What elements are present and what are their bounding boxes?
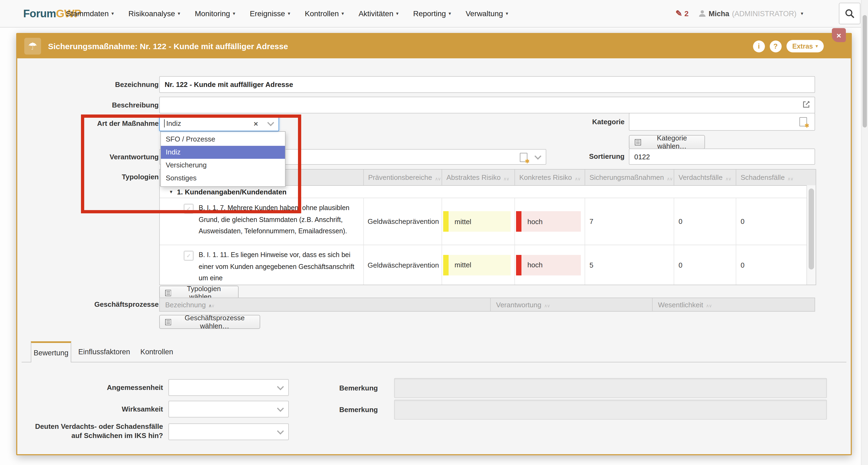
chevron-down-icon[interactable] (534, 152, 541, 159)
column-header-konkretes-risiko[interactable]: Konkretes Risiko ∧∨ (515, 170, 585, 185)
column-header-abstraktes-risiko[interactable]: Abstraktes Risiko ∧∨ (441, 170, 515, 185)
typology-row[interactable]: ✓ B. I. 1. 7. Mehrere Kunden haben, ohne… (160, 198, 816, 245)
typology-text: B. I. 1. 7. Mehrere Kunden haben, ohne p… (199, 203, 361, 237)
user-menu[interactable]: Micha (ADMINISTRATOR) ▾ (698, 9, 803, 18)
column-header-sicherungsmassnahmen[interactable]: Sicherungsmaßnahmen ∧∨ (585, 170, 674, 185)
dialog-header-actions: i ? Extras ▾ (753, 34, 824, 58)
sort-icons: ∧∨ (435, 173, 440, 182)
typologien-label: Typologien (50, 169, 159, 185)
beschreibung-label: Beschreibung (50, 97, 159, 113)
table-scrollbar[interactable] (806, 185, 816, 285)
menu-item-risikoanalyse[interactable]: Risikoanalyse▾ (128, 9, 180, 18)
menu-item-verwaltung[interactable]: Verwaltung▾ (466, 9, 508, 18)
dropdown-option-sonstiges[interactable]: Sonstiges (161, 172, 285, 185)
search-icon (845, 9, 855, 18)
menu-item-ereignisse[interactable]: Ereignisse▾ (250, 9, 290, 18)
column-header-schadensfaelle[interactable]: Schadensfälle ∧∨ (736, 170, 816, 185)
logo-part-forum: Forum (23, 7, 56, 20)
sortierung-label: Sortierung (549, 148, 625, 165)
user-name: Micha (709, 9, 729, 18)
chevron-down-icon: ▾ (816, 44, 818, 49)
menu-item-monitoring[interactable]: Monitoring▾ (195, 9, 235, 18)
sort-icons: ∧∨ (666, 173, 672, 182)
angemessenheit-select[interactable] (168, 379, 289, 396)
task-check-icon[interactable]: ✓ (184, 204, 194, 214)
menu-label: Stammdaten (66, 9, 109, 18)
edit-icon[interactable] (802, 100, 810, 110)
column-header-praeventionsbereiche[interactable]: Präventionsbereiche ∧∨ (363, 170, 441, 185)
geschaeftsprozesse-table-header: Bezeichnung ∧∨ Verantwortung ∧∨ Wesentli… (159, 297, 815, 312)
menu-item-aktivitaeten[interactable]: Aktivitäten▾ (359, 9, 398, 18)
menu-item-stammdaten[interactable]: Stammdaten▾ (66, 9, 114, 18)
menu-item-reporting[interactable]: Reporting▾ (413, 9, 451, 18)
help-icon[interactable]: ? (770, 40, 782, 52)
geschaeftsprozesse-waehlen-button[interactable]: Geschäftsprozesse wählen… (159, 315, 260, 329)
menu-label: Monitoring (195, 9, 230, 18)
combobox-value: Indiz (166, 119, 181, 127)
menu-label: Aktivitäten (359, 9, 393, 18)
column-header-bezeichnung[interactable]: Bezeichnung ∧∨ (160, 298, 490, 311)
art-der-massnahme-label: Art der Maßnahme (50, 116, 159, 131)
top-navbar: ForumGWP Stammdaten▾ Risikoanalyse▾ Moni… (0, 0, 868, 28)
page-scrollbar[interactable] (861, 0, 868, 465)
scrollbar-thumb[interactable] (863, 15, 867, 127)
bemerkung-label: Bemerkung (298, 400, 378, 419)
wirksamkeit-select[interactable] (168, 401, 289, 417)
clear-icon[interactable]: × (254, 119, 258, 128)
dropdown-option-versicherung[interactable]: Versicherung (161, 159, 285, 172)
beschreibung-input[interactable] (159, 97, 815, 113)
dialog-header: ☂ Sicherungsmaßnahme: Nr. 122 - Kunde mi… (17, 34, 851, 58)
bezeichnung-input[interactable] (159, 76, 815, 93)
chevron-down-icon: ▾ (448, 11, 451, 16)
chevron-down-icon: ▾ (506, 11, 508, 16)
new-document-icon[interactable]: ✱ (520, 153, 527, 162)
column-header-verantwortung[interactable]: Verantwortung ∧∨ (490, 298, 652, 311)
kategorie-input[interactable] (629, 113, 815, 131)
bemerkung-angemessenheit-input (394, 378, 827, 398)
schadensfaelle-count: 0 (741, 217, 744, 226)
sicherungsmassnahmen-count: 7 (589, 217, 593, 226)
abstraktes-risiko-badge: mittel (443, 255, 510, 275)
button-label: Kategorie wählen… (645, 134, 699, 150)
wirksamkeit-label: Wirksamkeit (28, 401, 163, 417)
sort-icons: ∧∨ (706, 300, 711, 310)
pending-edits-indicator[interactable]: ✎ 2 (676, 9, 689, 18)
user-role: (ADMINISTRATOR) (732, 9, 797, 18)
dropdown-option-indiz[interactable]: Indiz (161, 146, 285, 159)
extras-label: Extras (793, 42, 813, 50)
new-document-icon[interactable]: ✱ (800, 117, 807, 126)
sort-icons: ∧∨ (725, 173, 731, 182)
column-header-wesentlichkeit[interactable]: Wesentlichkeit ∧∨ (652, 298, 816, 311)
info-icon[interactable]: i (753, 40, 765, 52)
sort-icons: ∧∨ (208, 300, 214, 310)
iks-frage-select[interactable] (168, 424, 289, 440)
menu-label: Reporting (413, 9, 446, 18)
tab-bewertung[interactable]: Bewertung (31, 341, 71, 362)
task-check-icon[interactable]: ✓ (184, 251, 194, 261)
typology-group-row[interactable]: ▼ 1. Kundenangaben/Kundendaten (160, 186, 816, 198)
sortierung-input[interactable] (629, 148, 815, 165)
chevron-down-icon: ▾ (801, 11, 803, 16)
dropdown-option-sfo-prozesse[interactable]: SFO / Prozesse (161, 133, 285, 146)
app: ForumGWP Stammdaten▾ Risikoanalyse▾ Moni… (0, 0, 868, 465)
group-label: 1. Kundenangaben/Kundendaten (177, 188, 287, 196)
extras-button[interactable]: Extras ▾ (786, 40, 824, 52)
sicherungsmassnahmen-count: 5 (589, 261, 593, 269)
art-der-massnahme-combobox[interactable]: Indiz × (159, 116, 279, 131)
menu-item-kontrollen[interactable]: Kontrollen▾ (305, 9, 344, 18)
close-icon[interactable]: × (832, 28, 846, 42)
tab-einflussfaktoren[interactable]: Einflussfaktoren (78, 341, 130, 362)
chevron-down-icon (277, 383, 284, 390)
angemessenheit-label: Angemessenheit (28, 379, 163, 396)
search-button[interactable] (839, 3, 861, 24)
chevron-down-icon: ▾ (178, 11, 180, 16)
menu-label: Ereignisse (250, 9, 285, 18)
konkretes-risiko-badge: hoch (516, 211, 581, 232)
column-header-verdachtsfaelle[interactable]: Verdachtsfälle ∧∨ (674, 170, 736, 185)
sort-icons: ∧∨ (575, 173, 580, 182)
tab-kontrollen[interactable]: Kontrollen (141, 341, 173, 362)
chevron-down-icon[interactable] (267, 119, 274, 126)
verdachtsfaelle-count: 0 (679, 261, 682, 269)
kategorie-waehlen-button[interactable]: Kategorie wählen… (629, 135, 705, 149)
typology-row[interactable]: ✓ B. I. 1. 11. Es liegen Hinweise vor, d… (160, 245, 816, 285)
